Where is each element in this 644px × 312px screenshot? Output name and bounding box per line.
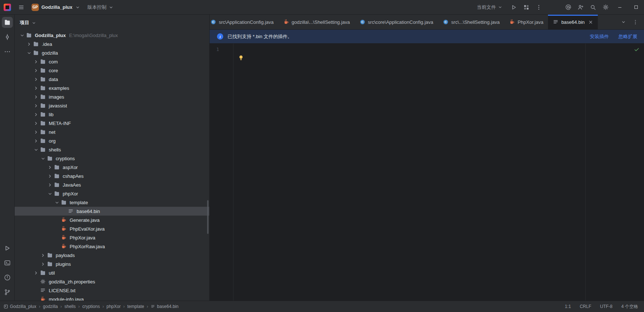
indent-widget[interactable]: 4 个空格 (621, 304, 638, 310)
chevron-right-icon[interactable] (32, 110, 40, 119)
tree-item-meta-inf[interactable]: META-INF (15, 119, 209, 128)
tree-item-aspxor[interactable]: aspXor (15, 163, 209, 172)
maximize-button[interactable] (628, 0, 644, 15)
chevron-right-icon[interactable] (46, 163, 54, 172)
code-with-me-button[interactable] (574, 1, 587, 13)
project-selector[interactable]: GP Godzilla_plux (29, 2, 83, 12)
run-button[interactable] (508, 1, 520, 13)
commit-toolwindow-button[interactable] (2, 32, 13, 43)
profiler-button[interactable] (520, 1, 533, 13)
tree-item-javaaes[interactable]: JavaAes (15, 180, 209, 189)
tree-item-lib[interactable]: lib (15, 110, 209, 119)
line-separator-widget[interactable]: CRLF (580, 304, 591, 309)
tree-item-idea[interactable]: .idea (15, 40, 209, 48)
chevron-down-icon[interactable] (32, 145, 40, 154)
tab-src-core-applicationconfig-java[interactable]: Csrc\core\ApplicationConfig.java (355, 15, 438, 29)
chevron-right-icon[interactable] (32, 66, 40, 75)
tree-item-images[interactable]: images (15, 92, 209, 101)
chevron-right-icon[interactable] (32, 128, 40, 136)
tab-options-button[interactable] (630, 17, 640, 27)
vcs-selector[interactable]: 版本控制 (85, 3, 117, 12)
tab-base64-bin[interactable]: base64.bin (548, 15, 598, 29)
chevron-down-icon[interactable] (39, 154, 47, 163)
project-panel-header[interactable]: 项目 (15, 15, 209, 31)
version-control-toolwindow-button[interactable] (2, 287, 13, 298)
tree-item-generate-java[interactable]: Generate.java (15, 216, 209, 224)
tab-godzilla-shellsetting-java[interactable]: godzilla\...\ShellSetting.java (279, 15, 355, 29)
tree-item-data[interactable]: data (15, 75, 209, 84)
tree-item-com[interactable]: com (15, 57, 209, 66)
tree-item-phpxor[interactable]: phpXor (15, 189, 209, 198)
breadcrumb-base64-bin[interactable]: base64.bin (151, 304, 179, 309)
chevron-right-icon[interactable] (39, 260, 47, 268)
chevron-down-icon[interactable] (18, 31, 26, 40)
tree-item-net[interactable]: net (15, 128, 209, 136)
tree-item-godzilla[interactable]: godzilla (15, 48, 209, 57)
breadcrumb-cryptions[interactable]: cryptions (82, 304, 100, 309)
run-toolwindow-button[interactable] (2, 243, 13, 254)
tree-item-base64-bin[interactable]: base64.bin (15, 207, 209, 216)
chevron-right-icon[interactable] (32, 119, 40, 128)
hidden-tabs-button[interactable] (618, 17, 629, 27)
tree-item-core[interactable]: core (15, 66, 209, 75)
code-area[interactable] (233, 44, 644, 301)
tree-item-payloads[interactable]: payloads (15, 251, 209, 260)
tree-item-godzilla-plux[interactable]: Godzilla_pluxE:\mogai\Godzilla_plux (15, 31, 209, 40)
chevron-down-icon[interactable] (46, 189, 54, 198)
tree-item-plugins[interactable]: plugins (15, 260, 209, 268)
more-toolwindows-button[interactable] (2, 46, 13, 57)
chevron-right-icon[interactable] (32, 136, 40, 145)
breadcrumb-shells[interactable]: shells (65, 304, 76, 309)
chevron-right-icon[interactable] (46, 180, 54, 189)
chevron-right-icon[interactable] (32, 57, 40, 66)
run-configuration-selector[interactable]: 当前文件 (474, 3, 505, 12)
chevron-right-icon[interactable] (32, 92, 40, 101)
search-everywhere-button[interactable] (587, 1, 599, 13)
minimize-button[interactable] (612, 0, 628, 15)
chevron-right-icon[interactable] (46, 172, 54, 180)
tree-item-cshapaes[interactable]: cshapAes (15, 172, 209, 180)
more-run-actions-button[interactable] (533, 1, 545, 13)
close-tab-icon[interactable] (588, 20, 593, 25)
tree-item-license-txt[interactable]: LICENSE.txt (15, 286, 209, 295)
chevron-right-icon[interactable] (39, 251, 47, 260)
breadcrumb-template[interactable]: template (127, 304, 144, 309)
project-toolwindow-button[interactable] (2, 17, 13, 28)
tab-src-applicationconfig-java[interactable]: Csrc\ApplicationConfig.java (210, 15, 279, 29)
tree-item-cryptions[interactable]: cryptions (15, 154, 209, 163)
intention-bulb-icon[interactable] (238, 55, 244, 60)
settings-button[interactable] (599, 1, 612, 13)
tree-item-org[interactable]: org (15, 136, 209, 145)
ignore-extension-link[interactable]: 忽略扩展 (618, 33, 637, 40)
install-plugin-link[interactable]: 安装插件 (590, 33, 609, 40)
chevron-right-icon[interactable] (32, 75, 40, 84)
tree-item-phpxorraw-java[interactable]: PhpXorRaw.java (15, 242, 209, 251)
tab-phpxor-java[interactable]: PhpXor.java (504, 15, 548, 29)
chevron-down-icon[interactable] (25, 48, 33, 57)
tree-item-phpxor-java[interactable]: PhpXor.java (15, 233, 209, 242)
tree-item-module-info-java[interactable]: module-info.java (15, 295, 209, 301)
breadcrumb-godzilla-plux[interactable]: Godzilla_plux (4, 304, 36, 309)
tree-item-phpevalxor-java[interactable]: PhpEvalXor.java (15, 224, 209, 233)
chevron-right-icon[interactable] (25, 40, 33, 48)
tree-item-template[interactable]: template (15, 198, 209, 207)
tree-item-godzilla-zh-properties[interactable]: godzilla_zh.properties (15, 277, 209, 286)
terminal-toolwindow-button[interactable] (2, 257, 13, 268)
tree-item-examples[interactable]: examples (15, 84, 209, 92)
breadcrumb-godzilla[interactable]: godzilla (43, 304, 58, 309)
ai-mention-button[interactable] (562, 1, 574, 13)
tree-item-util[interactable]: util (15, 268, 209, 277)
editor[interactable]: 1 (210, 44, 644, 301)
chevron-right-icon[interactable] (32, 101, 40, 110)
inspections-ok-icon[interactable] (634, 47, 640, 52)
problems-toolwindow-button[interactable] (2, 272, 13, 283)
chevron-right-icon[interactable] (32, 84, 40, 92)
tree-item-shells[interactable]: shells (15, 145, 209, 154)
tree-item-javassist[interactable]: javassist (15, 101, 209, 110)
chevron-right-icon[interactable] (32, 268, 40, 277)
tab-src-shellsetting-java[interactable]: Csrc\...\ShellSetting.java (438, 15, 504, 29)
caret-position-widget[interactable]: 1:1 (565, 304, 571, 309)
encoding-widget[interactable]: UTF-8 (600, 304, 612, 309)
main-menu-button[interactable] (15, 1, 27, 13)
breadcrumb-phpxor[interactable]: phpXor (106, 304, 121, 309)
